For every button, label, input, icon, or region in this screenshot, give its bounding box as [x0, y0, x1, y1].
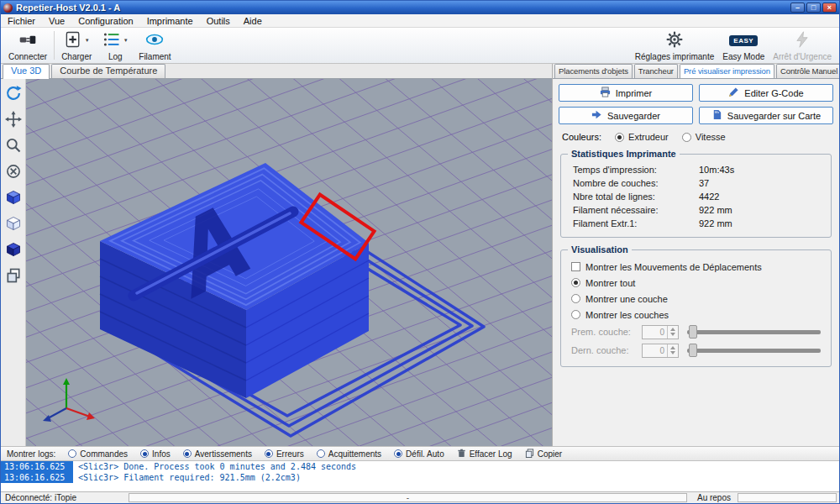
show-one-layer-label: Montrer une couche [585, 294, 668, 304]
spin-up-icon[interactable] [670, 328, 675, 331]
save-button[interactable]: Sauvegarder [559, 107, 693, 124]
visualisation-group: Visualisation Montrer les Mouvements de … [560, 249, 832, 367]
printer-settings-button[interactable]: Réglages imprimante [631, 29, 719, 62]
last-layer-slider[interactable] [687, 343, 821, 358]
menu-aide[interactable]: Aide [237, 15, 269, 27]
menu-vue[interactable]: Vue [42, 15, 71, 27]
radio-show-one-layer[interactable] [571, 294, 580, 303]
load-button[interactable]: ▼ Charger [57, 29, 96, 62]
copy-log-button[interactable]: Copier [525, 449, 562, 459]
slider-handle[interactable] [689, 344, 697, 357]
reset-view-button[interactable] [3, 162, 24, 182]
log-label: Log [108, 52, 123, 61]
easy-mode-button[interactable]: EASY Easy Mode [718, 29, 769, 62]
save-to-card-button[interactable]: Sauvegarder sur Carte [699, 107, 833, 124]
rotate-view-button[interactable] [3, 84, 24, 104]
show-layer-range-option[interactable]: Montrer les couches [568, 307, 824, 323]
last-layer-spinner[interactable]: 0 [642, 344, 679, 358]
tab-manual-control[interactable]: Contrôle Manuel [776, 64, 839, 78]
stat-filament-needed: Filament nécessaire: 922 mm [568, 203, 824, 217]
view-tool-strip [1, 79, 26, 446]
log-entry: 13:06:16.625 <Slic3r> Filament required:… [1, 472, 839, 483]
status-secondary-field [738, 493, 837, 502]
log-message: <Slic3r> Filament required: 921.5mm (2.2… [73, 472, 306, 483]
trash-icon [457, 449, 466, 459]
log-toggle-button[interactable]: ▼ Log [96, 29, 134, 62]
toggle-infos[interactable]: Infos [140, 449, 171, 459]
toggle-autoscroll[interactable]: Défil. Auto [394, 449, 444, 459]
first-layer-slider[interactable] [687, 324, 821, 339]
radio-speed[interactable] [682, 133, 691, 142]
printer-icon [600, 87, 611, 99]
menu-outils[interactable]: Outils [200, 15, 237, 27]
menu-configuration[interactable]: Configuration [71, 15, 139, 27]
window-title: Repetier-Host V2.0.1 - A [16, 3, 120, 13]
emergency-stop-button: Arrêt d'Urgence [769, 29, 836, 62]
spin-down-icon[interactable] [670, 351, 675, 354]
toggle-acks[interactable]: Acquittements [317, 449, 381, 459]
print-preview-render: A [26, 79, 552, 446]
toggle-commands[interactable]: Commandes [68, 449, 128, 459]
toggle-errors[interactable]: Erreurs [265, 449, 304, 459]
show-all-option[interactable]: Montrer tout [568, 275, 824, 291]
iso-view-button[interactable] [3, 188, 24, 208]
tab-temperature-curve[interactable]: Courbe de Température [51, 64, 165, 78]
top-view-button[interactable] [3, 240, 24, 260]
title-bar: Repetier-Host V2.0.1 - A – □ × [1, 1, 839, 14]
print-label: Imprimer [616, 88, 652, 98]
log-lines-icon [102, 30, 121, 50]
move-view-button[interactable] [3, 110, 24, 130]
stat-total-lines: Nbre total de lignes: 4422 [568, 190, 824, 203]
last-layer-label: Dern. couche: [571, 345, 642, 355]
maximize-button[interactable]: □ [806, 3, 821, 13]
clear-log-button[interactable]: Effacer Log [457, 449, 512, 459]
printer-statistics-group: Statistiques Imprimante Temps d'impressi… [560, 154, 832, 238]
show-one-layer-option[interactable]: Montrer une couche [568, 291, 824, 307]
radio-extruder[interactable] [615, 133, 624, 142]
chevron-down-icon[interactable]: ▼ [85, 38, 90, 43]
tab-print-preview[interactable]: Pré visualiser impression [680, 64, 774, 79]
first-layer-spinner[interactable]: 0 [642, 325, 679, 339]
menu-imprimante[interactable]: Imprimante [140, 15, 200, 27]
minimize-button[interactable]: – [790, 3, 805, 13]
edit-gcode-button[interactable]: Editer G-Code [699, 84, 833, 102]
tab-slicer[interactable]: Trancheur [634, 64, 678, 78]
print-button[interactable]: Imprimer [559, 84, 693, 102]
printer-settings-label: Réglages imprimante [635, 52, 715, 61]
copy-objects-button[interactable] [3, 266, 24, 286]
magnifier-icon [5, 137, 22, 155]
filament-button[interactable]: Filament [134, 29, 175, 62]
toggle-warnings[interactable]: Avertissements [183, 449, 252, 459]
view-tabs: Vue 3D Courbe de Température [1, 64, 552, 79]
cube-dark-icon [5, 241, 22, 260]
toolbar-separator [54, 31, 55, 60]
zoom-view-button[interactable] [3, 136, 24, 156]
radio-show-all[interactable] [571, 278, 580, 287]
cross-circle-icon [5, 163, 22, 181]
tab-vue-3d[interactable]: Vue 3D [3, 64, 50, 79]
slider-handle[interactable] [689, 325, 697, 339]
log-view[interactable]: 13:06:16.625 <Slic3r> Done. Process took… [1, 461, 839, 491]
menu-fichier[interactable]: Fichier [1, 15, 42, 27]
front-view-button[interactable] [3, 214, 24, 234]
chevron-down-icon[interactable]: ▼ [123, 38, 129, 43]
show-all-label: Montrer tout [585, 278, 635, 288]
copy-icon [525, 449, 534, 459]
connect-button[interactable]: Connecter [4, 29, 51, 62]
show-moves-option[interactable]: Montrer les Mouvements de Déplacements [568, 259, 824, 275]
radio-show-layer-range[interactable] [571, 310, 580, 319]
tab-object-placement[interactable]: Placements d'objets [554, 64, 633, 78]
viewport-3d: A [1, 79, 552, 446]
checkbox-show-moves[interactable] [571, 262, 580, 271]
save-label: Sauvegarder [607, 111, 660, 121]
spin-up-icon[interactable] [670, 346, 675, 349]
load-file-icon [64, 30, 82, 50]
move-icon [5, 111, 22, 129]
spin-down-icon[interactable] [670, 333, 675, 336]
first-layer-row: Prem. couche: 0 [568, 323, 824, 341]
close-button[interactable]: × [822, 3, 837, 13]
color-speed-option[interactable]: Vitesse [682, 132, 726, 142]
load-label: Charger [61, 52, 92, 61]
color-extruder-option[interactable]: Extrudeur [615, 132, 669, 142]
render-canvas[interactable]: A [26, 79, 552, 446]
